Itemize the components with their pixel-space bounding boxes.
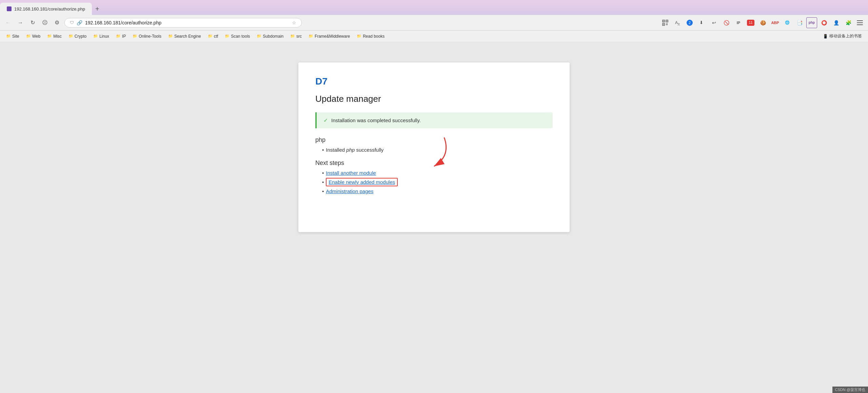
active-tab[interactable]: 192.168.160.181/core/authorize.php	[0, 3, 92, 15]
bookmark-label: Linux	[99, 34, 109, 39]
bookmark-web[interactable]: 📁 Web	[23, 33, 43, 40]
settings-button[interactable]: ⚙	[52, 18, 62, 27]
bookmark-read-books[interactable]: 📁 Read books	[354, 33, 387, 40]
extension-icon-blue[interactable]: 2	[684, 17, 695, 28]
folder-icon: 📁	[6, 34, 11, 38]
enable-modules-link[interactable]: Enable newly added modules	[326, 178, 398, 186]
reload-button[interactable]: ↻	[28, 18, 37, 27]
success-box: ✓ Installation was completed successfull…	[315, 112, 553, 128]
bottom-text: CSDN @菠宫博也	[835, 388, 865, 392]
bookmark-online-tools[interactable]: 📁 Online-Tools	[130, 33, 164, 40]
bookmark-label: Subdomain	[263, 34, 283, 39]
bookmark-label: Frame&Middleware	[315, 34, 350, 39]
svg-rect-9	[667, 24, 668, 25]
bookmark-scan-tools[interactable]: 📁 Scan tools	[222, 33, 253, 40]
red-arrow	[410, 136, 478, 170]
update-manager-title: Update manager	[315, 94, 553, 104]
new-tab-button[interactable]: +	[92, 3, 103, 15]
bookmark-search-engine[interactable]: 📁 Search Engine	[165, 33, 204, 40]
extensions-icon[interactable]: 🧩	[843, 17, 854, 28]
bookmark-misc[interactable]: 📁 Misc	[44, 33, 64, 40]
main-menu-button[interactable]	[855, 18, 865, 27]
avatar-icon[interactable]: 👤	[831, 17, 842, 28]
toolbar-icons: A文 2 ⬇ ↩ 🚫 IP 11 🍪 ABP 🌐 📑 php ⭕ 👤 🧩	[660, 17, 865, 28]
svg-text:⬇: ⬇	[699, 20, 703, 25]
folder-icon: 📁	[257, 34, 261, 38]
folder-icon: 📁	[208, 34, 213, 38]
success-message: Installation was completed successfully.	[331, 117, 421, 123]
extension-badge-11[interactable]: 11	[745, 17, 756, 28]
svg-text:文: 文	[677, 23, 680, 26]
main-card: D7 Update manager ✓ Installation was com…	[298, 62, 570, 232]
svg-rect-4	[667, 21, 667, 21]
bookmark-mgr-icon[interactable]: 📑	[794, 17, 805, 28]
bookmark-ctf[interactable]: 📁 ctf	[205, 33, 221, 40]
tab-title: 192.168.160.181/core/authorize.php	[14, 6, 85, 12]
folder-icon: 📁	[309, 34, 313, 38]
install-another-module-item: Install another module	[322, 170, 553, 176]
undo-icon[interactable]: ↩	[709, 17, 719, 28]
bookmark-linux[interactable]: 📁 Linux	[91, 33, 112, 40]
folder-icon: 📁	[168, 34, 173, 38]
bookmark-label: Online-Tools	[139, 34, 161, 39]
folder-icon: 📁	[26, 34, 31, 38]
svg-rect-7	[667, 23, 668, 24]
block-icon[interactable]: 🚫	[721, 17, 732, 28]
php-installed-text: Installed php successfully	[326, 147, 383, 153]
folder-icon: 📁	[68, 34, 73, 38]
administration-pages-item: Administration pages	[322, 188, 553, 194]
tab-favicon	[7, 6, 12, 11]
bookmark-mobile[interactable]: 📱 移动设备上的书签	[820, 32, 865, 40]
bookmark-site[interactable]: 📁 Site	[3, 33, 22, 40]
translate-icon[interactable]: A文	[672, 17, 683, 28]
administration-pages-link[interactable]: Administration pages	[326, 188, 373, 194]
back-button[interactable]: ←	[3, 18, 13, 27]
php-icon[interactable]: php	[806, 17, 817, 28]
address-bar-row: ← → ↻ ☹ ⚙ 🛡 🔗 192.168.160.181/core/autho…	[0, 15, 868, 31]
bookmark-subdomain[interactable]: 📁 Subdomain	[254, 33, 286, 40]
bookmark-label: Read books	[363, 34, 384, 39]
bottom-bar: CSDN @菠宫博也	[832, 387, 868, 393]
bookmark-label: Misc	[53, 34, 62, 39]
bookmark-ip[interactable]: 📁 IP	[113, 33, 129, 40]
forward-button[interactable]: →	[16, 18, 25, 27]
bookmark-label: Scan tools	[231, 34, 250, 39]
folder-icon: 📁	[357, 34, 361, 38]
browser-chrome: 192.168.160.181/core/authorize.php + ← →…	[0, 0, 868, 42]
svg-rect-8	[666, 24, 667, 25]
folder-icon: 📁	[290, 34, 295, 38]
extension-icon-download[interactable]: ⬇	[696, 17, 707, 28]
circle-icon[interactable]: ⭕	[818, 17, 829, 28]
install-another-module-link[interactable]: Install another module	[326, 170, 376, 176]
translate2-icon[interactable]: 🌐	[782, 17, 793, 28]
folder-icon: 📁	[133, 34, 137, 38]
bookmark-label: IP	[122, 34, 126, 39]
mobile-icon: 📱	[823, 34, 828, 39]
cookie-icon[interactable]: 🍪	[757, 17, 768, 28]
bookmark-src[interactable]: 📁 src	[288, 33, 304, 40]
svg-rect-5	[663, 24, 664, 25]
address-bar[interactable]: 🛡 🔗 192.168.160.181/core/authorize.php ☆	[64, 18, 302, 27]
bookmark-frame-middleware[interactable]: 📁 Frame&Middleware	[306, 33, 353, 40]
bookmark-crypto[interactable]: 📁 Crypto	[66, 33, 89, 40]
history-button[interactable]: ☹	[40, 18, 50, 27]
enable-modules-item: Enable newly added modules	[322, 178, 553, 186]
bookmark-label: Search Engine	[174, 34, 201, 39]
adblock-icon[interactable]: ABP	[770, 17, 781, 28]
ip-text-icon[interactable]: IP	[733, 17, 744, 28]
next-steps-list: Install another module Enable newly adde…	[315, 170, 553, 194]
folder-icon: 📁	[47, 34, 52, 38]
d7-heading: D7	[315, 76, 553, 87]
bookmark-label: Site	[12, 34, 19, 39]
bookmark-label: ctf	[214, 34, 218, 39]
bookmark-label: src	[296, 34, 302, 39]
svg-rect-3	[663, 21, 664, 21]
bookmark-label: 移动设备上的书签	[829, 33, 862, 39]
bookmarks-bar: 📁 Site 📁 Web 📁 Misc 📁 Crypto 📁 Linux 📁 I…	[0, 31, 868, 42]
bookmark-label: Crypto	[75, 34, 86, 39]
qr-icon[interactable]	[660, 17, 671, 28]
page-content: D7 Update manager ✓ Installation was com…	[0, 42, 868, 393]
star-icon[interactable]: ☆	[292, 20, 296, 25]
tab-bar: 192.168.160.181/core/authorize.php +	[0, 0, 868, 15]
folder-icon: 📁	[225, 34, 230, 38]
